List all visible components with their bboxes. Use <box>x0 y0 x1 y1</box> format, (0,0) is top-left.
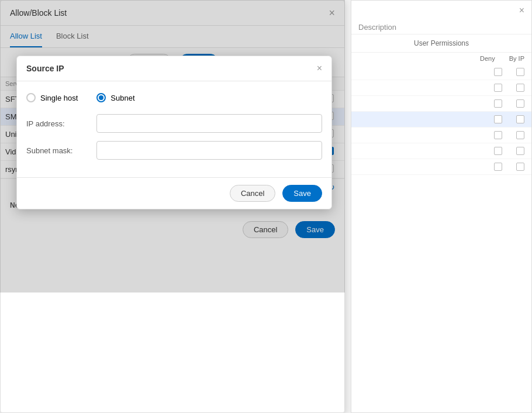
radio-subnet-btn[interactable] <box>96 93 106 102</box>
perm-cols-header: Deny By IP <box>351 53 531 64</box>
modal-title: Source IP <box>26 64 64 73</box>
perm-deny-checkbox[interactable] <box>494 147 502 155</box>
perm-row <box>351 64 531 80</box>
right-panel: × Description User Permissions Deny By I… <box>351 0 532 413</box>
modal-header: Source IP × <box>17 56 331 81</box>
radio-single-host-btn[interactable] <box>26 93 36 102</box>
perm-row <box>351 96 531 112</box>
perm-deny-checkbox[interactable] <box>494 99 502 108</box>
perm-deny-checkbox[interactable] <box>494 68 502 76</box>
modal-footer: Cancel Save <box>17 177 331 209</box>
right-close-button[interactable]: × <box>519 5 524 16</box>
ip-address-label: IP address: <box>26 119 96 128</box>
modal-cancel-button[interactable]: Cancel <box>230 185 275 202</box>
radio-subnet-label: Subnet <box>110 94 134 102</box>
perm-row <box>351 80 531 96</box>
perm-rows <box>351 64 531 175</box>
perm-deny-checkbox[interactable] <box>494 84 502 92</box>
perm-byip-checkbox[interactable] <box>516 163 524 171</box>
perm-byip-checkbox[interactable] <box>516 68 524 76</box>
ip-address-input[interactable] <box>96 114 322 133</box>
perm-byip-checkbox[interactable] <box>516 147 524 155</box>
radio-subnet[interactable]: Subnet <box>96 93 134 102</box>
radio-single-host[interactable]: Single host <box>26 93 78 102</box>
perm-row <box>351 128 531 143</box>
description-label: Description <box>351 20 531 35</box>
radio-single-host-label: Single host <box>40 94 78 102</box>
source-ip-modal: Source IP × Single host Subnet IP addres… <box>16 56 332 209</box>
radio-group: Single host Subnet <box>26 93 322 102</box>
perm-byip-checkbox[interactable] <box>516 84 524 92</box>
subnet-mask-input[interactable] <box>96 141 322 160</box>
perm-col-byip: By IP <box>509 55 524 62</box>
perm-deny-checkbox[interactable] <box>494 163 502 171</box>
perm-col-deny: Deny <box>480 55 495 62</box>
subnet-mask-row: Subnet mask: <box>26 141 322 160</box>
user-permissions-title: User Permissions <box>351 35 531 53</box>
perm-row <box>351 159 531 175</box>
perm-row <box>351 143 531 159</box>
perm-byip-checkbox[interactable] <box>516 115 524 123</box>
perm-row <box>351 112 531 128</box>
perm-byip-checkbox[interactable] <box>516 99 524 108</box>
perm-deny-checkbox[interactable] <box>494 131 502 139</box>
modal-save-button[interactable]: Save <box>282 185 322 202</box>
perm-deny-checkbox[interactable] <box>494 115 502 123</box>
modal-body: Single host Subnet IP address: Subnet ma… <box>17 81 331 177</box>
modal-close-button[interactable]: × <box>317 63 322 74</box>
subnet-mask-label: Subnet mask: <box>26 146 96 155</box>
right-panel-close-area: × <box>351 1 531 20</box>
ip-address-row: IP address: <box>26 114 322 133</box>
perm-byip-checkbox[interactable] <box>516 131 524 139</box>
